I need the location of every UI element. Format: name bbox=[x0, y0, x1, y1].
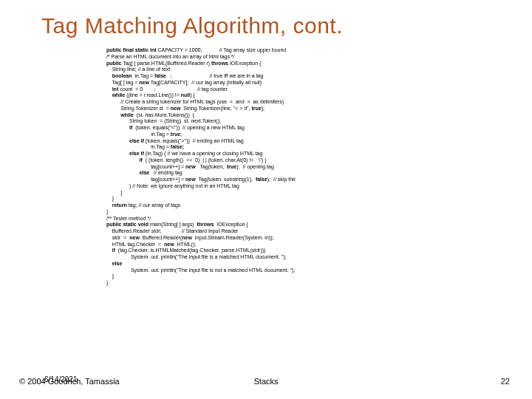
footer-page-number: 22 bbox=[501, 377, 510, 386]
footer-center: Stacks bbox=[0, 377, 532, 386]
code-block: public final static int CAPACITY = 1000;… bbox=[0, 38, 532, 287]
slide-title: Tag Matching Algorithm, cont. bbox=[0, 0, 532, 38]
